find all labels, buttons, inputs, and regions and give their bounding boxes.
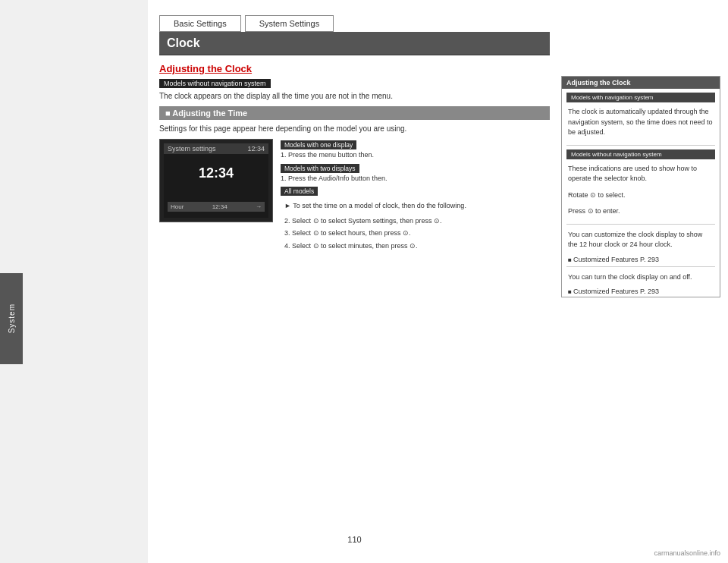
main-content: Basic Settings System Settings Clock Adj… — [148, 0, 561, 563]
right-no-nav-text3: Press ⊙ to enter. — [562, 204, 720, 221]
footer-watermark: carmanualsonline.info — [654, 549, 720, 557]
adjusting-time-title: ■ Adjusting the Time — [159, 106, 550, 120]
badge-one-display: Models with one display — [281, 140, 356, 149]
right-divider — [566, 145, 715, 146]
models-badge: Models without navigation system — [159, 79, 271, 88]
right-extra-text1: You can customize the clock display to s… — [562, 228, 720, 254]
right-badge-nav: Models with navigation system — [566, 93, 715, 102]
sidebar-section-label: System — [0, 273, 23, 364]
screen-large-clock: 12:34 — [164, 165, 268, 181]
arrow-note: To set the time on a model of clock, the… — [281, 201, 550, 212]
clock-header-bar: Clock — [159, 32, 550, 55]
instr-text-one: 1. Press the menu button then. — [281, 150, 550, 160]
instruction-two-displays: Models with two displays 1. Press the Au… — [281, 162, 550, 184]
right-panel-title: Adjusting the Clock — [562, 77, 720, 89]
header-divider — [159, 55, 550, 55]
tab-system-settings[interactable]: System Settings — [245, 15, 334, 32]
sidebar-label-text: System — [8, 304, 16, 333]
right-side-panel: Adjusting the Clock Models with navigati… — [561, 76, 720, 297]
right-divider-3 — [566, 266, 715, 267]
step-3: 3. Select ⊙ to select hours, then press … — [281, 228, 550, 239]
screen-bottom-mid: 12:34 — [212, 203, 228, 210]
left-panel: System settings 12:34 12:34 Hour 12:34 →… — [159, 139, 550, 251]
right-nav-text: The clock is automatically updated throu… — [562, 105, 720, 142]
right-badge-no-nav: Models without navigation system — [566, 149, 715, 159]
right-extra-text2: You can turn the clock display on and of… — [562, 270, 720, 287]
badge-two-displays: Models with two displays — [281, 164, 359, 173]
instr-text-two: 1. Press the Audio/Info button then. — [281, 174, 550, 184]
page-number: 110 — [148, 535, 561, 544]
section-title: Adjusting the Clock — [159, 63, 550, 74]
sidebar: System — [0, 0, 148, 563]
intro-text: The clock appears on the display all the… — [159, 90, 550, 102]
screen-clock-display: 12:34 — [247, 145, 265, 153]
subsection-body: Settings for this page appear here depen… — [159, 123, 550, 134]
instruction-one-display: Models with one display 1. Press the men… — [281, 139, 550, 160]
screen-inner: System settings 12:34 12:34 Hour 12:34 → — [164, 143, 268, 218]
instruction-boxes: Models with one display 1. Press the men… — [281, 139, 550, 251]
screen-simulation: System settings 12:34 12:34 Hour 12:34 → — [159, 139, 273, 222]
badge-all-models: All models — [281, 187, 318, 196]
screen-bottom-right: → — [256, 203, 262, 210]
screen-title-bar: System settings 12:34 — [164, 143, 268, 154]
instruction-all-models: All models — [281, 185, 550, 197]
top-tabs: Basic Settings System Settings — [159, 15, 550, 32]
right-link1[interactable]: Customized Features P. 293 — [568, 256, 714, 263]
right-divider-2 — [566, 224, 715, 225]
right-no-nav-text1: These indications are used to show how t… — [562, 162, 720, 188]
right-no-nav-text2: Rotate ⊙ to select. — [562, 188, 720, 205]
screen-bottom-left: Hour — [171, 203, 184, 210]
step-4: 4. Select ⊙ to select minutes, then pres… — [281, 241, 550, 252]
tab-basic-settings[interactable]: Basic Settings — [159, 15, 241, 32]
screen-title: System settings — [168, 145, 216, 153]
clock-header-text: Clock — [167, 36, 200, 49]
step-2: 2. Select ⊙ to select System settings, t… — [281, 216, 550, 227]
screen-bottom-bar: Hour 12:34 → — [168, 202, 265, 212]
right-link2[interactable]: Customized Features P. 293 — [568, 288, 714, 295]
